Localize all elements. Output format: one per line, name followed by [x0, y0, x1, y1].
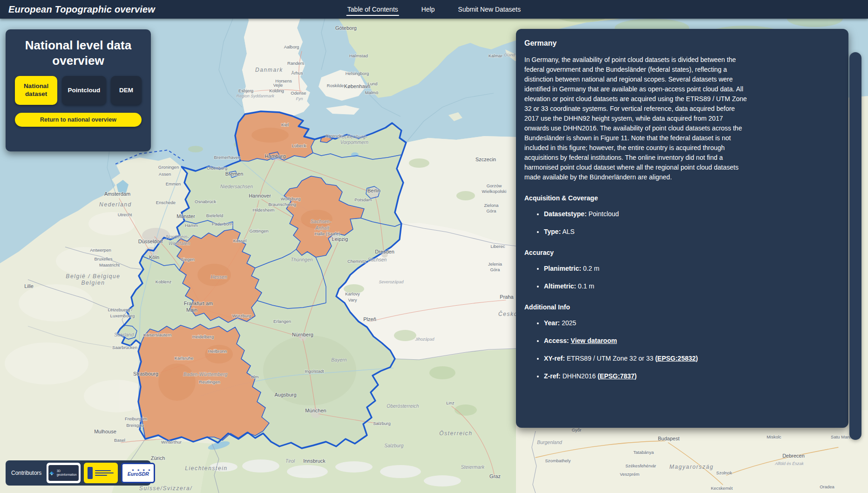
map-label: Karlovy: [345, 291, 360, 296]
nav-tabs: Table of Contents Help Submit New Datase…: [346, 0, 522, 19]
map-label: Sachsen: [368, 257, 387, 262]
scrollbar-thumb[interactable]: [849, 52, 861, 440]
detail-link[interactable]: View dataroom: [571, 337, 617, 344]
logo-eurosdr: ★ ★ ★ ★ EuroSDR: [121, 463, 155, 483]
detail-link[interactable]: EPSG:25832: [658, 355, 696, 362]
map-label: Lund: [367, 81, 377, 86]
map-label: Frankfurt am: [184, 301, 213, 306]
tab-submit-new-datasets[interactable]: Submit New Datasets: [457, 3, 522, 16]
logo-dutch-government: [84, 463, 118, 483]
map-label: Augsburg: [274, 392, 296, 397]
map-label: Bielefeld: [206, 213, 223, 218]
map-label: Praha: [500, 294, 514, 300]
map-label: Fyn: [296, 96, 303, 101]
map-label: Strasbourg: [133, 371, 158, 377]
dem-button[interactable]: DEM: [111, 76, 142, 105]
map-label: Kecskemét: [711, 486, 733, 491]
map-label: Budapest: [658, 436, 679, 441]
tab-table-of-contents[interactable]: Table of Contents: [346, 3, 399, 16]
map-label: Szolnok: [716, 470, 732, 475]
map-label: Bruxelles: [94, 256, 112, 261]
map-label: Ingolstadt: [305, 369, 324, 374]
map-label: Hildesheim: [253, 207, 275, 212]
detail-item: Access: View dataroom: [544, 336, 763, 346]
map-label: Szczecin: [475, 157, 496, 162]
map-label: Braunschweig: [268, 202, 296, 207]
map-label: Kassel: [233, 238, 247, 243]
detail-item: Z-ref: DHHN2016 (EPSG:7837): [544, 371, 763, 381]
map-label: Leipzig: [332, 236, 348, 242]
map-label: Nürnberg: [292, 332, 313, 337]
map-label: Paderborn: [212, 221, 232, 226]
map-label: Salzburg: [384, 443, 404, 448]
map-label: Koblenz: [156, 279, 172, 284]
tab-help[interactable]: Help: [420, 3, 436, 16]
panel-title: National level data overview: [16, 38, 141, 68]
detail-item: XY-ref: ETRS89 / UTM Zone 32 or 33 (EPSG…: [544, 354, 763, 363]
section-list: Planimetric: 0.2 mAltimetric: 0.1 m: [523, 264, 763, 291]
map-label: Baden-Württemberg: [183, 371, 228, 377]
national-overview-panel: National level data overview National da…: [6, 29, 151, 151]
detail-item: Type: ALS: [544, 227, 763, 237]
map-label: Miskolc: [766, 434, 781, 439]
detail-item: Planimetric: 0.2 m: [544, 264, 763, 274]
map-label: Liechtenstein: [185, 465, 228, 472]
pointcloud-button[interactable]: Pointcloud: [62, 76, 106, 105]
logo-text-lines: [95, 469, 114, 477]
map-label: Salzburg: [373, 421, 391, 426]
section-heading: Additional Info: [524, 303, 840, 311]
map-label: Düsseldorf: [138, 239, 163, 244]
map-label: Bremerhaven: [214, 155, 240, 160]
map-label: Tatabánya: [633, 450, 654, 455]
map-label: Antwerpen: [90, 247, 111, 253]
map-label: Utrecht: [118, 212, 132, 217]
map-label: Esbjerg: [238, 88, 253, 93]
map-label: Severozápad: [379, 280, 404, 284]
app-window: AmsterdamUtrechtNederlandGroningenAssenE…: [0, 0, 868, 493]
map-label: Reutlingen: [199, 379, 220, 384]
map-label: Göttingen: [249, 228, 268, 233]
national-dataset-button[interactable]: National dataset: [15, 76, 57, 105]
logo-3d-geoinformation: 3D geoinformation: [47, 463, 81, 483]
map-label: Österreich: [439, 430, 472, 437]
map-label: Chemnitz: [347, 259, 366, 264]
map-label: Hamburg: [264, 153, 285, 159]
map-label: Kaiserslautern: [143, 332, 172, 337]
map-label: Nederland: [99, 201, 132, 208]
map-label: Rostock: [326, 133, 342, 138]
map-label: Nordrhein-: [166, 234, 189, 240]
map-label: Halmstad: [349, 53, 368, 58]
map-label: Oldenburg: [207, 165, 227, 171]
map-label: Zürich: [151, 455, 165, 461]
map-label: Bremen: [225, 171, 244, 177]
map-label: Kiel: [281, 122, 289, 127]
map-label: Belgien: [81, 280, 105, 286]
map-label: Basel: [114, 438, 125, 443]
crest-icon: [88, 467, 93, 479]
map-label: Innsbruck: [303, 458, 326, 464]
map-label: Randers: [287, 61, 304, 66]
map-label: Győr: [572, 427, 582, 432]
map-label: Heidelberg: [192, 334, 214, 339]
map-label: Plzeň: [363, 316, 376, 322]
detail-sections: Acquisition & CoverageDatasetstype: Poin…: [523, 194, 840, 381]
map-label: København: [344, 83, 370, 89]
return-to-national-overview-button[interactable]: Return to national overview: [15, 113, 142, 127]
map-label: Luxembourg: [110, 313, 135, 318]
map-label: Berlin: [367, 188, 380, 193]
section-heading: Accuracy: [524, 249, 840, 256]
detail-item: Altimetric: 0.1 m: [544, 281, 763, 291]
detail-item: Year: 2025: [544, 318, 763, 328]
map-label: België / Belgique: [66, 273, 120, 280]
map-label: Winterthur: [161, 439, 182, 445]
map-label: Linz: [446, 400, 454, 405]
map-label: Emmen: [166, 181, 181, 186]
map-label: Hamm: [185, 223, 198, 228]
map-label: Aalborg: [284, 44, 299, 49]
detail-link[interactable]: EPSG:7837: [600, 372, 635, 380]
map-label: Erlangen: [273, 319, 291, 324]
map-label: Ulm: [251, 374, 259, 379]
map-label: Main: [186, 307, 197, 313]
map-label: Szombathely: [545, 458, 571, 463]
top-navbar: European Topographic overview Table of C…: [0, 0, 868, 19]
